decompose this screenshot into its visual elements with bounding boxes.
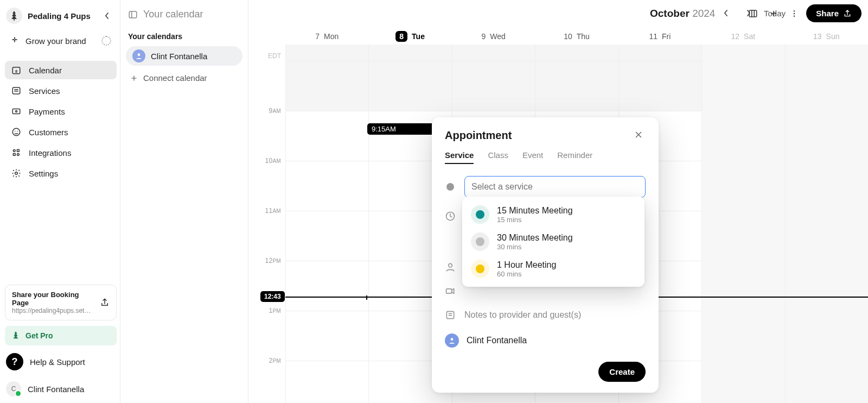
sidebar: Pedaling 4 Pups Grow your brand 8 Calend… [0, 0, 120, 403]
service-option[interactable]: 1 Hour Meeting60 mins [467, 255, 640, 282]
svg-point-23 [794, 15, 795, 16]
event-time: 9:15AM [372, 125, 396, 133]
sidebar-icon [128, 10, 138, 20]
gear-icon [11, 168, 21, 178]
service-select-input[interactable] [464, 176, 646, 198]
svg-point-25 [449, 263, 452, 267]
popover-title: Appointment [445, 129, 512, 142]
assignee-row[interactable]: Clint Fontanella [445, 333, 646, 348]
nav-customers[interactable]: Customers [5, 123, 117, 141]
nav-payments[interactable]: Payments [5, 102, 117, 121]
columns-icon [748, 9, 758, 18]
get-pro-button[interactable]: Get Pro [5, 326, 117, 345]
collapse-sidebar-button[interactable] [100, 9, 113, 22]
person-icon [445, 333, 459, 348]
workspace-switcher[interactable]: Pedaling 4 Pups [5, 5, 117, 32]
color-swatch-icon [471, 232, 489, 251]
calendar-panel: Your calendar Your calendars Clint Fonta… [120, 0, 248, 403]
calendar-grid[interactable]: EDT 9AM 10AM 11AM 12PM 1PM 2PM 9:15AM [248, 45, 868, 403]
booking-page-card[interactable]: Share your Booking Page https://pedaling… [5, 285, 117, 320]
tab-event[interactable]: Event [522, 150, 543, 164]
svg-point-9 [17, 131, 18, 132]
view-columns-button[interactable] [744, 5, 762, 22]
grow-brand-link[interactable]: Grow your brand [5, 32, 117, 50]
nav-label: Integrations [29, 148, 71, 158]
current-time-badge: 12:43 [260, 291, 285, 302]
video-field-row[interactable] [445, 286, 646, 297]
money-icon [11, 106, 21, 116]
booking-url: https://pedaling4pups.set… [12, 307, 95, 314]
service-dropdown: 15 Minutes Meeting15 mins 30 Minutes Mee… [462, 197, 644, 287]
panel-title-row: Your calendar [126, 5, 242, 30]
day-header[interactable]: 12Sat [701, 28, 784, 45]
day-header[interactable]: 13Sun [785, 28, 868, 45]
tab-class[interactable]: Class [488, 150, 508, 164]
svg-rect-15 [129, 11, 137, 18]
nav-calendar[interactable]: 8 Calendar [5, 61, 117, 79]
day-header[interactable]: 9Wed [452, 28, 535, 45]
service-option[interactable]: 15 Minutes Meeting15 mins [467, 201, 640, 228]
day-column[interactable] [785, 45, 868, 403]
svg-point-13 [17, 154, 20, 156]
smile-icon [11, 127, 21, 137]
tree-icon [10, 11, 18, 21]
share-button[interactable]: Share [806, 4, 861, 22]
day-header[interactable]: 11Fri [618, 28, 701, 45]
svg-rect-18 [750, 10, 757, 17]
day-column[interactable] [701, 45, 784, 403]
panel-title: Your calendar [143, 9, 203, 20]
tab-reminder[interactable]: Reminder [557, 150, 592, 164]
add-button[interactable] [765, 5, 782, 22]
close-button[interactable] [634, 130, 646, 142]
person-icon [445, 262, 456, 273]
day-headers: 7Mon 8Tue 9Wed 10Thu 11Fri 12Sat 13Sun [248, 28, 868, 45]
create-button[interactable]: Create [598, 362, 646, 382]
nav-label: Calendar [29, 66, 62, 75]
svg-point-21 [794, 10, 795, 11]
day-header[interactable]: 7Mon [285, 28, 368, 45]
color-dot-icon [446, 183, 454, 191]
booking-title: Share your Booking Page [12, 291, 95, 307]
calendar-chip-label: Clint Fontanella [151, 52, 207, 61]
month-year-label: October 2024 [650, 8, 715, 20]
workspace-name: Pedaling 4 Pups [28, 11, 95, 21]
timezone-label: EDT [268, 52, 281, 60]
brand-logo [6, 8, 22, 24]
time-gutter: EDT 9AM 10AM 11AM 12PM 1PM 2PM [248, 45, 285, 403]
nav-settings[interactable]: Settings [5, 164, 117, 182]
service-option[interactable]: 30 Minutes Meeting30 mins [467, 228, 640, 255]
avatar: C [6, 381, 21, 396]
toolbar-right: Share [744, 4, 861, 22]
day-header[interactable]: 10Thu [535, 28, 618, 45]
your-calendars-heading: Your calendars [126, 30, 242, 46]
current-user-name: Clint Fontanella [28, 385, 84, 394]
svg-rect-5 [12, 109, 20, 114]
calendar-main: October 2024 Today Share 7Mon 8Tue 9Wed … [248, 0, 868, 403]
nav-integrations[interactable]: Integrations [5, 143, 117, 162]
connect-calendar-button[interactable]: Connect calendar [126, 66, 242, 90]
more-menu-button[interactable] [786, 5, 803, 22]
calendar-chip[interactable]: Clint Fontanella [126, 46, 242, 66]
svg-point-22 [794, 12, 795, 14]
get-pro-label: Get Pro [25, 331, 53, 340]
day-header[interactable]: 8Tue [368, 28, 451, 45]
nav-services[interactable]: Services [5, 81, 117, 100]
chevron-left-icon [104, 12, 110, 20]
chevron-left-icon [723, 9, 729, 17]
plus-icon [769, 9, 778, 18]
calendar-icon: 8 [11, 65, 21, 75]
person-icon [132, 49, 145, 62]
help-support-link[interactable]: ? Help & Support [5, 351, 117, 373]
notes-field-row[interactable]: Notes to provider and guest(s) [445, 310, 646, 320]
day-column[interactable] [285, 45, 368, 403]
more-vertical-icon [790, 9, 799, 18]
svg-point-17 [138, 53, 141, 56]
tab-service[interactable]: Service [445, 150, 474, 164]
year: 2024 [692, 8, 715, 19]
popover-tabs: Service Class Event Reminder [445, 150, 646, 164]
prev-week-button[interactable] [717, 4, 735, 22]
svg-point-7 [12, 128, 20, 136]
color-swatch-icon [471, 260, 489, 278]
current-user-menu[interactable]: C Clint Fontanella [5, 378, 117, 400]
svg-point-10 [13, 149, 15, 152]
